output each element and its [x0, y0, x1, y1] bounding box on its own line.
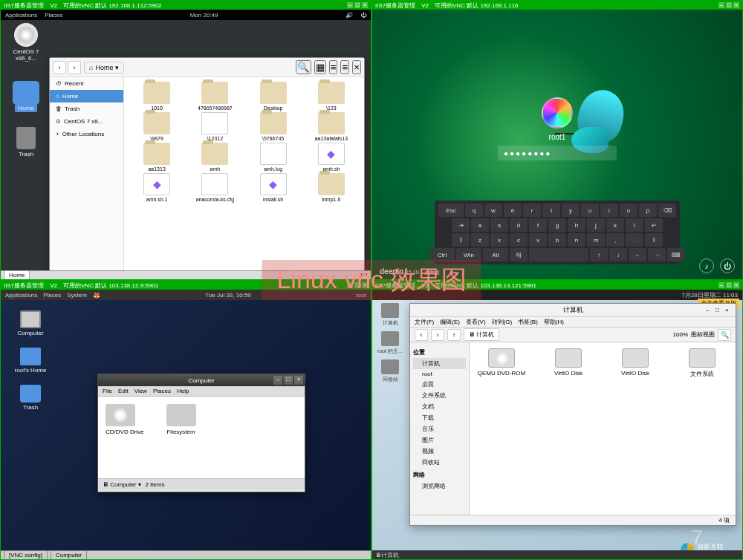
search-icon[interactable]: 🔍 [296, 60, 311, 74]
forward-button[interactable]: › [68, 61, 81, 74]
key-q[interactable]: q [465, 204, 483, 217]
key-Alt[interactable]: Alt [483, 248, 508, 261]
key-e[interactable]: e [504, 204, 522, 217]
password-input[interactable] [498, 146, 617, 160]
max-icon[interactable]: □ [354, 2, 360, 8]
menu-view[interactable]: View [134, 388, 147, 394]
key-↓[interactable]: ↓ [609, 248, 627, 261]
key-k[interactable]: k [606, 218, 624, 232]
key-d[interactable]: d [510, 218, 528, 232]
sidebar-item[interactable]: 回收站 [413, 457, 466, 468]
clock[interactable]: Mon 20:49 [190, 12, 218, 19]
desktop-computer[interactable]: Computer [8, 307, 53, 336]
file-item[interactable]: anaconda-ks.cfg [186, 173, 243, 202]
key-p[interactable]: p [639, 204, 657, 217]
key-t[interactable]: t [542, 204, 560, 217]
close-icon[interactable]: × [294, 376, 303, 385]
desktop-trash[interactable]: Trash [4, 124, 48, 157]
key-Esc[interactable]: Esc [438, 204, 464, 217]
key-Ctrl[interactable]: Ctrl [429, 248, 455, 261]
view-grid-icon[interactable]: ▦ [314, 60, 326, 74]
key-l[interactable]: l [626, 218, 643, 232]
key-r[interactable]: r [523, 204, 541, 217]
menu-item[interactable]: 帮助(H) [544, 318, 564, 326]
menu-places[interactable]: Places [45, 12, 62, 19]
file-item[interactable]: \12312 [186, 112, 243, 141]
file-item[interactable]: 478657486987 [186, 82, 243, 111]
taskbar-vnc[interactable]: [VNC config] [4, 550, 48, 560]
sidebar-item[interactable]: 图片 [413, 434, 466, 446]
menu-item[interactable]: 查看(V) [466, 318, 486, 326]
key-⌫[interactable]: ⌫ [658, 204, 676, 217]
sidebar-centos[interactable]: ⊙ CentOS 7 x8... [50, 115, 123, 128]
sidebar-recent[interactable]: ⏱ Recent [50, 77, 123, 90]
key-재[interactable]: 재 [510, 248, 528, 261]
menu-places[interactable]: Places [43, 292, 61, 299]
back-button[interactable]: ‹ [415, 329, 428, 341]
menu-applications[interactable]: Applications [5, 292, 37, 299]
sidebar-item[interactable]: 下载 [413, 412, 466, 423]
file-item[interactable]: \123 [303, 82, 360, 111]
close-icon[interactable]: × [362, 2, 368, 8]
search-icon[interactable]: 🔍 [718, 329, 731, 341]
up-button[interactable]: ↑ [447, 329, 461, 341]
key-s[interactable]: s [490, 218, 508, 232]
sound-icon[interactable]: ♪ [699, 258, 714, 273]
sidebar-other[interactable]: + Other Locations [50, 128, 123, 140]
breadcrumb[interactable]: ⌂ Home ▾ [84, 62, 124, 74]
key-v[interactable]: v [529, 233, 547, 247]
drive-item[interactable]: CD/DVD Drive [106, 404, 144, 471]
key-b[interactable]: b [548, 233, 566, 247]
power-icon[interactable]: ⏻ [720, 258, 735, 273]
file-item[interactable]: Desktop [245, 82, 302, 111]
sidebar-home[interactable]: ⌂ Home [50, 90, 123, 102]
file-item[interactable]: amh.log [245, 143, 302, 172]
file-item[interactable]: install.sh [245, 173, 302, 202]
key-c[interactable]: c [510, 233, 528, 247]
desktop-dvd[interactable]: CentOS 7 x86_6... [4, 23, 48, 62]
menu-item[interactable]: 书签(B) [518, 318, 538, 326]
key-⇧[interactable]: ⇧ [645, 233, 663, 247]
key-Win[interactable]: Win [456, 248, 481, 261]
volume-icon[interactable]: 🔊 [345, 12, 353, 19]
taskbar-computer[interactable]: Computer [51, 550, 87, 560]
zoom-level[interactable]: 100% [673, 331, 688, 338]
desktop-item[interactable]: 计算机 [375, 303, 405, 327]
file-item[interactable]: amh [186, 143, 243, 172]
key-←[interactable]: ← [629, 248, 646, 261]
key-f[interactable]: f [529, 218, 547, 232]
menu-places[interactable]: Places [153, 388, 171, 394]
file-item[interactable]: amh.sh.1 [129, 173, 185, 202]
sidebar-item[interactable]: 音乐 [413, 423, 466, 434]
file-item[interactable]: lnmp1.6 [303, 173, 360, 202]
key-m[interactable]: m [587, 233, 605, 247]
key-y[interactable]: y [562, 204, 580, 217]
menu-item[interactable]: 转到(G) [492, 318, 513, 326]
menu-item[interactable]: 编辑(E) [440, 318, 460, 326]
drive-item[interactable]: VirtIO Disk [609, 348, 661, 378]
file-item[interactable]: 1010 [129, 82, 185, 111]
file-item[interactable]: aa1313 [129, 143, 185, 172]
file-item[interactable]: aa13afafafs13 [303, 112, 360, 141]
file-item[interactable]: \9879 [129, 112, 185, 141]
key-h[interactable]: h [568, 218, 585, 232]
desktop-item[interactable]: 回收站 [375, 359, 405, 383]
key-⇥[interactable]: ⇥ [452, 218, 470, 232]
menu-file[interactable]: File [103, 388, 112, 394]
key-a[interactable]: a [471, 218, 489, 232]
sidebar-computer[interactable]: 计算机 [413, 358, 466, 369]
key-⇧[interactable]: ⇧ [452, 233, 470, 247]
menu-applications[interactable]: Applications [5, 12, 37, 19]
user-label[interactable]: root [356, 292, 366, 299]
menu-edit[interactable]: Edit [118, 388, 129, 394]
desktop-home[interactable]: root's Home [8, 345, 53, 374]
power-icon[interactable]: ⏻ [360, 12, 366, 19]
sidebar-item[interactable]: 视频 [413, 446, 466, 457]
forward-button[interactable]: › [431, 329, 444, 341]
file-item[interactable]: amh.sh [303, 143, 360, 172]
clock[interactable]: 7月28日星期二 11:03 [681, 291, 738, 299]
sidebar-item[interactable]: 文档 [413, 401, 466, 412]
key-⌨[interactable]: ⌨ [667, 248, 685, 261]
desktop-home[interactable]: Home [4, 79, 48, 111]
key-z[interactable]: z [471, 233, 489, 247]
